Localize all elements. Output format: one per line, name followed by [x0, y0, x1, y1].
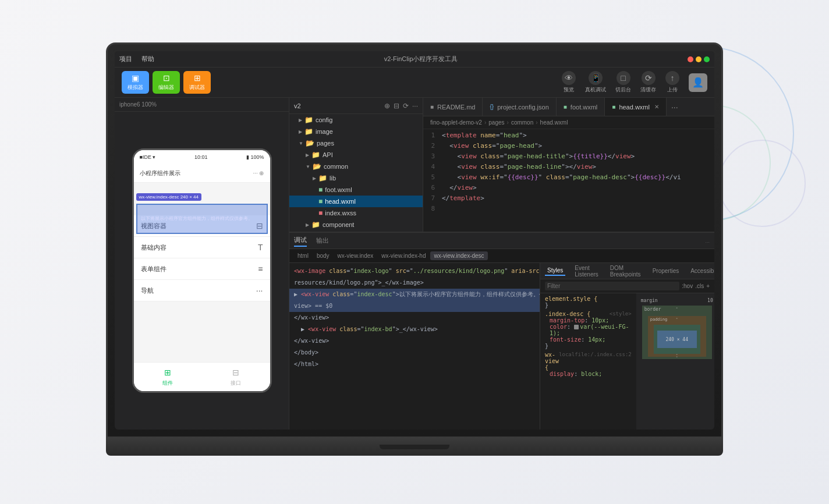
styles-left: element.style { } .index-desc { <style>: [540, 293, 636, 430]
menu-bar[interactable]: 项目 帮助: [119, 55, 154, 63]
elem-tab-wx-view-index-desc[interactable]: wx-view.index-desc: [430, 251, 487, 260]
toolbar-left: ▣ 模拟器 ⊡ 编辑器 ⊞ 调试器: [122, 71, 211, 94]
html-line-3: ▶ <wx-view class="index-desc">以下将展示小程序官方…: [289, 289, 540, 300]
html-line-9: </html>: [289, 359, 540, 370]
editor-btn[interactable]: ⊡ 编辑器: [153, 71, 180, 94]
main-content: iphone6 100% ■IDE ▾ 10:01 ▮ 100%: [115, 98, 714, 430]
element-tabs[interactable]: html body wx-view.index wx-view.index-hd…: [289, 249, 714, 263]
editor-panel: ■ README.md {} project.config.json: [423, 98, 714, 232]
styles-tab-accessibility[interactable]: Accessibility: [688, 267, 714, 275]
tab-readme[interactable]: ■ README.md: [423, 98, 483, 116]
devtools-content: <wx-image class="index-logo" src="../res…: [289, 263, 714, 430]
tree-item-api[interactable]: ▶ 📁 API: [289, 149, 423, 161]
code-line-6: 6 </view>: [423, 184, 714, 194]
tree-item-component[interactable]: ▶ 📁 component: [289, 219, 423, 230]
tab-project-config[interactable]: {} project.config.json: [483, 98, 556, 116]
menu-item-nav[interactable]: 导航 ···: [134, 280, 270, 301]
code-area: 1 <template name="head"> 2 <view class="…: [423, 129, 714, 232]
maximize-btn[interactable]: [704, 56, 710, 62]
tab-component[interactable]: ⊞ 组件: [162, 367, 173, 387]
iphone-titlebar: 小程序组件展示 ··· ⊕: [134, 164, 270, 183]
debugger-btn[interactable]: ⊞ 调试器: [183, 71, 211, 94]
selected-element: 以下将展示小程序官方组件能力，组件样式仅供参考。: [136, 204, 268, 234]
styles-tab-dom[interactable]: DOM Breakpoints: [608, 264, 643, 279]
elem-tab-wx-view-index[interactable]: wx-view.index: [334, 251, 377, 260]
tab-interface[interactable]: ⊟ 接口: [230, 367, 242, 387]
editor-tabs[interactable]: ■ README.md {} project.config.json: [423, 98, 714, 116]
code-line-4: 4 <view class="page-head-line"></view>: [423, 163, 714, 173]
menu-item-form[interactable]: 表单组件 ≡: [134, 258, 270, 280]
box-padding: 240 × 44: [654, 325, 700, 354]
element-tooltip: wx-view.index-desc 240 × 44: [136, 193, 202, 201]
device-debug-btn[interactable]: 📱 真机调试: [585, 71, 606, 94]
file-tree-header: v2 ⊕⊟⟳···: [289, 98, 423, 114]
tree-item-foot-wxml[interactable]: ▶ ■ foot.wxml: [289, 184, 423, 196]
user-avatar[interactable]: 👤: [689, 73, 707, 92]
box-content: 240 × 44: [657, 331, 697, 348]
styles-tab-properties[interactable]: Properties: [650, 267, 682, 275]
html-line-7: </wx-view>: [289, 335, 540, 347]
filter-input[interactable]: [545, 282, 679, 290]
laptop-base: [106, 438, 723, 456]
devtools-tab-debug[interactable]: 调试: [294, 235, 307, 247]
laptop-notch: [380, 445, 449, 449]
code-line-1: 1 <template name="head">: [423, 132, 714, 142]
menu-help[interactable]: 帮助: [141, 55, 154, 63]
html-line-1: <wx-image class="index-logo" src="../res…: [289, 265, 540, 277]
tree-item-config[interactable]: ▶ 📁 config: [289, 114, 423, 126]
html-line-4: view> == $0: [289, 300, 540, 312]
elem-tab-wx-view-index-hd[interactable]: wx-view.index-hd: [378, 251, 429, 260]
box-model-diagram: margin10 border - padding: [636, 293, 714, 430]
minimize-btn[interactable]: [696, 56, 702, 62]
simulator-screen-wrapper: ■IDE ▾ 10:01 ▮ 100% 小程序组件展示 ··· ⊕: [115, 112, 289, 430]
styles-tab-event[interactable]: Event Listeners: [572, 264, 601, 279]
menu-project[interactable]: 项目: [119, 55, 132, 63]
box-margin: border - padding - 240 × 44: [642, 306, 712, 359]
preview-btn[interactable]: 👁 预览: [562, 71, 576, 94]
tree-item-lib[interactable]: ▶ 📁 lib: [289, 172, 423, 184]
html-line-5: </wx-view>: [289, 312, 540, 324]
styles-filter[interactable]: :hov .cls +: [540, 279, 714, 293]
iphone-frame: ■IDE ▾ 10:01 ▮ 100% 小程序组件展示 ··· ⊕: [132, 148, 272, 393]
devtools-panel: 调试 输出 ... html body wx-view.index: [289, 232, 714, 430]
toolbar-right: 👁 预览 📱 真机调试 □ 切后台: [562, 71, 707, 94]
html-line-8: </body>: [289, 347, 540, 359]
tab-head-wxml[interactable]: ■ head.wxml ✕: [605, 98, 667, 116]
file-tree-icons[interactable]: ⊕⊟⟳···: [384, 102, 418, 110]
tree-item-head-wxml[interactable]: ▶ ■ head.wxml: [289, 196, 423, 207]
cut-bg-btn[interactable]: □ 切后台: [615, 71, 631, 94]
toolbar: ▣ 模拟器 ⊡ 编辑器 ⊞ 调试器: [115, 68, 714, 98]
css-rule-wx-view: wx-view { localfile:/.index.css:2 displa…: [545, 352, 632, 377]
iphone-tabbar: ⊞ 组件 ⊟ 接口: [134, 362, 270, 391]
code-line-5: 5 <view wx:if="{{desc}}" class="page-hea…: [423, 173, 714, 184]
tree-item-pages[interactable]: ▼ 📂 pages: [289, 137, 423, 149]
file-tree-panel: v2 ⊕⊟⟳··· ▶ 📁 conf: [289, 98, 423, 232]
upload-btn[interactable]: ↑ 上传: [665, 71, 679, 94]
breadcrumb: fino-applet-demo-v2 › pages › common › h…: [423, 116, 714, 129]
menu-item-basic[interactable]: 基础内容 T: [134, 237, 270, 258]
code-line-2: 2 <view class="page-head">: [423, 142, 714, 152]
clear-cache-btn[interactable]: ⟳ 清缓存: [640, 71, 656, 94]
devtools-tab-output[interactable]: 输出: [316, 235, 329, 246]
tab-foot-wxml[interactable]: ■ foot.wxml: [557, 98, 605, 116]
tab-more[interactable]: ···: [667, 102, 683, 112]
simulator-btn[interactable]: ▣ 模拟器: [122, 71, 149, 94]
devtools-top-tabs[interactable]: 调试 输出 ...: [289, 233, 714, 249]
styles-tab-styles[interactable]: Styles: [545, 266, 565, 276]
tree-item-index-wxss[interactable]: ▶ ■ index.wxss: [289, 207, 423, 219]
styles-content: element.style { } .index-desc { <style>: [540, 293, 714, 430]
tree-item-image[interactable]: ▶ 📁 image: [289, 126, 423, 137]
elem-tab-html[interactable]: html: [294, 251, 312, 260]
html-line-6: ▶ <wx-view class="index-bd">_</wx-view>: [289, 324, 540, 335]
box-border: padding - 240 × 44 -: [648, 316, 706, 357]
code-lines: 1 <template name="head"> 2 <view class="…: [423, 129, 714, 232]
css-rule-index-desc: .index-desc { <style> margin-top: 10px; …: [545, 311, 632, 349]
window-controls[interactable]: [688, 56, 710, 62]
tree-item-common[interactable]: ▼ 📂 common: [289, 161, 423, 172]
code-line-8: 8: [423, 205, 714, 215]
close-btn[interactable]: [688, 56, 693, 62]
elem-tab-body[interactable]: body: [313, 251, 333, 260]
iphone-content: wx-view.index-desc 240 × 44 以下将展示小程序官方组件…: [134, 183, 270, 362]
iphone-statusbar: ■IDE ▾ 10:01 ▮ 100%: [134, 150, 270, 164]
styles-tabs[interactable]: Styles Event Listeners DOM Breakpoints P…: [540, 263, 714, 279]
